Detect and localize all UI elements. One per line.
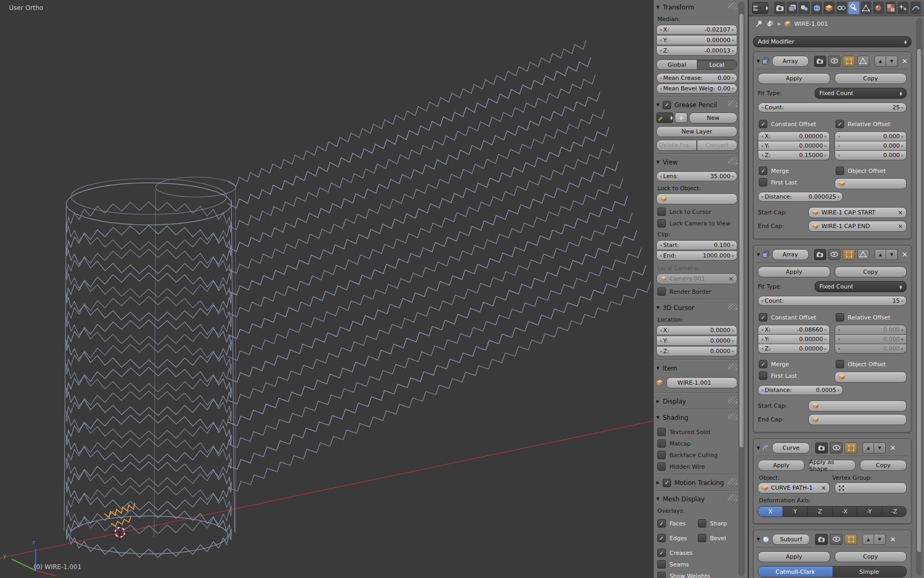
tab-material[interactable] xyxy=(873,2,884,14)
clear-camera-button[interactable]: ✕ xyxy=(728,275,734,283)
npanel-scrollbar[interactable] xyxy=(738,2,745,576)
cage-mode-toggle[interactable] xyxy=(857,56,869,67)
offset-z-field[interactable]: ◂Z:0.00000▸ xyxy=(758,344,830,354)
rel-x-field[interactable]: ◂0.000▸ xyxy=(835,325,907,335)
move-modifier-down-button[interactable]: ▼ xyxy=(886,56,898,67)
cursor-x-field[interactable]: ◂X:0.0000▸ xyxy=(656,325,737,335)
edit-mode-toggle[interactable] xyxy=(845,442,857,453)
move-modifier-down-button[interactable]: ▼ xyxy=(886,249,898,260)
delete-modifier-button[interactable]: ✕ xyxy=(890,444,896,452)
offset-y-field[interactable]: ◂Y:0.00000▸ xyxy=(758,141,830,151)
tab-modifiers[interactable] xyxy=(848,2,859,14)
add-grease-pencil-button[interactable]: + xyxy=(675,112,687,123)
properties-scrollbar-thumb[interactable] xyxy=(917,48,922,553)
global-toggle[interactable]: Global xyxy=(657,60,697,69)
edit-mode-toggle[interactable] xyxy=(845,534,857,545)
faces-checkbox[interactable] xyxy=(657,519,666,528)
expand-arrow-icon[interactable]: ▼ xyxy=(757,537,760,542)
local-camera-field[interactable]: Camera.001 ✕ xyxy=(656,273,737,284)
lock-to-cursor-checkbox[interactable] xyxy=(657,208,666,216)
backface-culling-checkbox[interactable] xyxy=(657,451,666,459)
copy-button[interactable]: Copy xyxy=(860,460,907,471)
relative-offset-checkbox[interactable] xyxy=(836,313,844,322)
editor-type-spinner[interactable]: ▲▼ xyxy=(766,6,768,10)
grease-pencil-checkbox[interactable] xyxy=(663,101,671,109)
tab-render-layers[interactable] xyxy=(787,2,797,14)
motion-tracking-section-header[interactable]: ▶ Motion Tracking xyxy=(656,478,737,488)
count-field[interactable]: ◂Count:15▸ xyxy=(758,296,907,306)
count-field[interactable]: ◂Count:25▸ xyxy=(758,102,907,112)
render-visibility-toggle[interactable] xyxy=(814,249,826,260)
item-name-field[interactable]: WIRE-1.001 xyxy=(666,377,737,388)
viewport-visibility-toggle[interactable] xyxy=(828,249,840,260)
move-modifier-up-button[interactable]: ▲ xyxy=(875,56,886,67)
npanel-scrollbar-thumb[interactable] xyxy=(739,13,744,448)
curve-object-field[interactable]: CURVE PATH-1 ✕ xyxy=(758,482,830,493)
pin-icon[interactable] xyxy=(755,20,763,28)
tab-physics[interactable] xyxy=(910,2,921,14)
datablock-spinner[interactable]: ▲▼ xyxy=(670,116,673,120)
tab-render[interactable] xyxy=(774,2,785,14)
start-cap-field[interactable]: WIRE-1 CAP START ✕ xyxy=(808,207,907,218)
axis-z-button[interactable]: Z xyxy=(807,507,832,517)
apply-button[interactable]: Apply xyxy=(758,266,830,277)
hidden-wire-checkbox[interactable] xyxy=(657,462,666,471)
textured-solid-checkbox[interactable] xyxy=(657,428,666,436)
rel-y-field[interactable]: ◂0.000▸ xyxy=(835,335,907,344)
render-visibility-toggle[interactable] xyxy=(815,442,828,453)
viewport-visibility-toggle[interactable] xyxy=(830,534,842,545)
decrement-arrow[interactable]: ◂ xyxy=(659,25,662,34)
offset-z-field[interactable]: ◂Z:0.15000▸ xyxy=(758,151,830,160)
offset-y-field[interactable]: ◂Y:0.00000▸ xyxy=(758,335,830,344)
sharp-checkbox[interactable] xyxy=(698,519,706,528)
tab-object-data[interactable] xyxy=(861,2,871,14)
cursor-z-field[interactable]: ◂Z:0.0000▸ xyxy=(656,347,737,356)
constant-offset-checkbox[interactable] xyxy=(759,313,767,322)
delete-frame-button[interactable]: Delete Fra... xyxy=(656,140,697,151)
delete-modifier-button[interactable]: ✕ xyxy=(902,251,908,259)
modifier-name-field[interactable]: Array xyxy=(772,56,809,67)
delete-modifier-button[interactable]: ✕ xyxy=(890,535,896,543)
expand-arrow-icon[interactable]: ▼ xyxy=(757,59,760,64)
scene-datablock-icon[interactable] xyxy=(766,20,775,27)
breadcrumb-object-name[interactable]: WIRE-1.001 xyxy=(794,20,828,27)
cage-mode-toggle[interactable] xyxy=(857,249,869,260)
fit-type-dropdown[interactable]: Fixed Count▲▼ xyxy=(815,281,907,292)
render-border-checkbox[interactable] xyxy=(657,287,666,296)
axis-y-button[interactable]: Y xyxy=(783,507,807,517)
fit-type-dropdown[interactable]: Fixed Count▲▼ xyxy=(815,88,907,99)
shading-section-header[interactable]: ▼ Shading xyxy=(656,412,737,422)
edit-mode-toggle[interactable] xyxy=(842,56,855,67)
3d-viewport[interactable]: User Ortho (0) WIRE-1.001 z y xyxy=(0,0,654,578)
clear-start-cap-button[interactable]: ✕ xyxy=(898,209,903,216)
object-offset-checkbox[interactable] xyxy=(836,360,844,368)
axis-neg-x-button[interactable]: -X xyxy=(832,507,857,517)
edges-checkbox[interactable] xyxy=(657,534,666,542)
apply-button[interactable]: Apply xyxy=(758,460,805,471)
rel-z-field[interactable]: ◂0.000▸ xyxy=(835,151,907,160)
motion-tracking-checkbox[interactable] xyxy=(663,479,671,487)
apply-as-shape-button[interactable]: Apply as Shape... xyxy=(809,460,856,471)
mean-bevel-field[interactable]: ◂Mean Bevel Weig:0.00▸ xyxy=(656,84,737,94)
end-cap-field[interactable]: WIRE-1 CAP END ✕ xyxy=(808,221,907,232)
edit-mode-toggle[interactable] xyxy=(842,249,855,260)
tab-constraints[interactable] xyxy=(836,2,847,14)
clip-start-field[interactable]: ◂Start:0.100▸ xyxy=(656,240,737,250)
catmull-clark-toggle[interactable]: Catmull-Clark xyxy=(758,566,832,577)
expand-arrow-icon[interactable]: ▼ xyxy=(757,252,760,257)
tab-texture[interactable] xyxy=(886,2,896,14)
copy-button[interactable]: Copy xyxy=(835,73,907,84)
cursor-y-field[interactable]: ◂Y:0.0000▸ xyxy=(656,336,737,346)
apply-button[interactable]: Apply xyxy=(758,73,830,84)
move-modifier-down-button[interactable]: ▼ xyxy=(874,534,886,545)
panel-grip[interactable] xyxy=(728,3,737,9)
move-modifier-up-button[interactable]: ▲ xyxy=(862,442,874,453)
vertex-group-field[interactable] xyxy=(835,482,907,493)
bevel-checkbox[interactable] xyxy=(698,534,706,542)
creases-checkbox[interactable] xyxy=(657,549,666,557)
viewport-visibility-toggle[interactable] xyxy=(830,442,842,453)
tab-particles[interactable] xyxy=(898,2,908,14)
editor-type-button[interactable]: ▲▼ xyxy=(752,2,768,14)
offset-object-field[interactable] xyxy=(835,178,907,189)
render-visibility-toggle[interactable] xyxy=(814,56,826,67)
